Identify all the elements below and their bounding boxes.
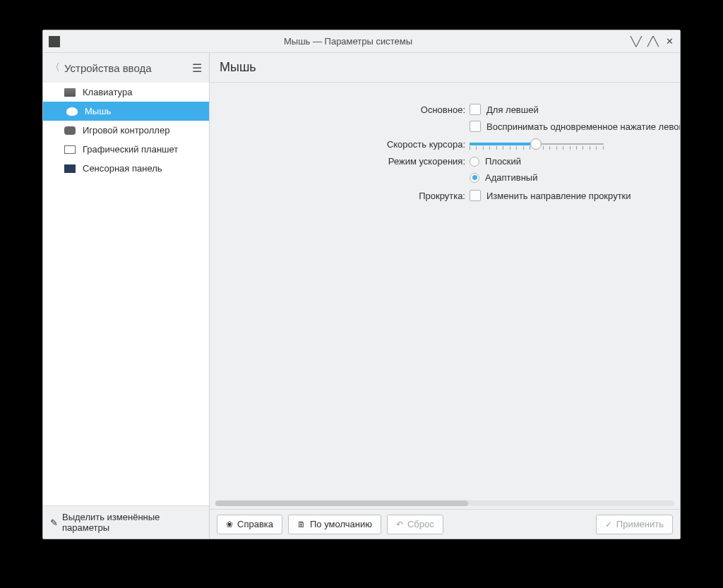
accel-flat-label: Плоский (485, 156, 521, 167)
sidebar-item-label: Мышь (85, 106, 111, 116)
window-controls: ╲╱ ╱╲ ✕ (631, 36, 674, 47)
scroll-label: Прокрутка: (210, 191, 470, 201)
sidebar-item-gamepad[interactable]: Игровой контроллер (43, 121, 209, 140)
highlight-changed-label: Выделить изменённые параметры (62, 512, 202, 533)
sidebar-item-mouse[interactable]: Мышь (43, 102, 209, 121)
main-panel: Мышь Основное: Для левшей Воспринимать о… (210, 53, 680, 539)
pencil-icon: ✎ (50, 517, 58, 528)
sidebar-item-label: Графический планшет (83, 144, 178, 155)
sidebar-item-label: Игровой контроллер (83, 125, 169, 136)
mouse-icon (66, 107, 78, 116)
sidebar-item-label: Клавиатура (83, 87, 132, 97)
sidebar: 〈 Устройства ввода ☰ Клавиатура Мышь Игр… (43, 53, 210, 539)
maximize-icon[interactable]: ╱╲ (647, 36, 657, 47)
hamburger-icon[interactable]: ☰ (192, 61, 202, 75)
check-icon: ✓ (605, 520, 612, 529)
left-handed-label: Для левшей (486, 104, 539, 115)
cursor-speed-label: Скорость курсора: (210, 139, 470, 150)
keyboard-icon (64, 88, 76, 97)
accel-adaptive-label: Адаптивный (485, 172, 537, 183)
sidebar-item-keyboard[interactable]: Клавиатура (43, 83, 209, 102)
close-icon[interactable]: ✕ (664, 36, 674, 47)
body: 〈 Устройства ввода ☰ Клавиатура Мышь Игр… (43, 53, 680, 539)
defaults-button-label: По умолчанию (310, 519, 372, 529)
scrollbar-thumb[interactable] (215, 500, 468, 506)
accel-mode-label: Режим ускорения: (210, 156, 470, 167)
touchpad-icon (64, 164, 76, 173)
left-handed-checkbox[interactable] (470, 104, 481, 115)
primary-label: Основное: (210, 104, 470, 115)
apply-button: ✓Применить (596, 515, 673, 534)
page-title: Мышь (210, 53, 680, 83)
settings-window: Мышь — Параметры системы ╲╱ ╱╲ ✕ 〈 Устро… (42, 30, 681, 539)
apply-button-label: Применить (616, 519, 664, 529)
defaults-button[interactable]: 🗎По умолчанию (288, 515, 381, 534)
invert-scroll-checkbox[interactable] (470, 190, 481, 201)
back-icon[interactable]: 〈 (50, 61, 60, 74)
tablet-icon (64, 145, 76, 154)
simultaneous-press-checkbox[interactable] (470, 121, 481, 132)
accel-adaptive-radio[interactable] (470, 173, 479, 183)
highlight-changed-button[interactable]: ✎ Выделить изменённые параметры (43, 505, 209, 539)
gamepad-icon (64, 126, 76, 135)
app-icon (49, 36, 60, 47)
sidebar-item-touchpad[interactable]: Сенсорная панель (43, 159, 209, 178)
reset-button-label: Сброс (407, 519, 434, 529)
titlebar[interactable]: Мышь — Параметры системы ╲╱ ╱╲ ✕ (43, 30, 680, 53)
help-button[interactable]: ❀Справка (217, 515, 282, 534)
sidebar-title: Устройства ввода (64, 62, 192, 74)
slider-thumb[interactable] (530, 138, 542, 150)
sidebar-item-tablet[interactable]: Графический планшет (43, 140, 209, 159)
sidebar-item-label: Сенсорная панель (83, 163, 162, 174)
minimize-icon[interactable]: ╲╱ (631, 36, 640, 47)
footer: ❀Справка 🗎По умолчанию ↶Сброс ✓Применить (210, 509, 680, 539)
sidebar-header: 〈 Устройства ввода ☰ (43, 53, 209, 83)
undo-icon: ↶ (396, 520, 403, 529)
form: Основное: Для левшей Воспринимать одновр… (210, 83, 680, 509)
document-icon: 🗎 (297, 520, 306, 529)
horizontal-scrollbar[interactable] (215, 500, 674, 506)
simultaneous-press-label: Воспринимать одновременное нажатие левой (486, 121, 680, 132)
accel-flat-radio[interactable] (470, 157, 479, 167)
reset-button: ↶Сброс (387, 515, 443, 534)
window-title: Мышь — Параметры системы (66, 36, 631, 47)
help-button-label: Справка (237, 519, 273, 529)
cursor-speed-slider[interactable] (470, 138, 604, 150)
category-list: Клавиатура Мышь Игровой контроллер Графи… (43, 83, 209, 505)
help-icon: ❀ (226, 520, 233, 529)
invert-scroll-label: Изменить направление прокрутки (486, 191, 631, 201)
